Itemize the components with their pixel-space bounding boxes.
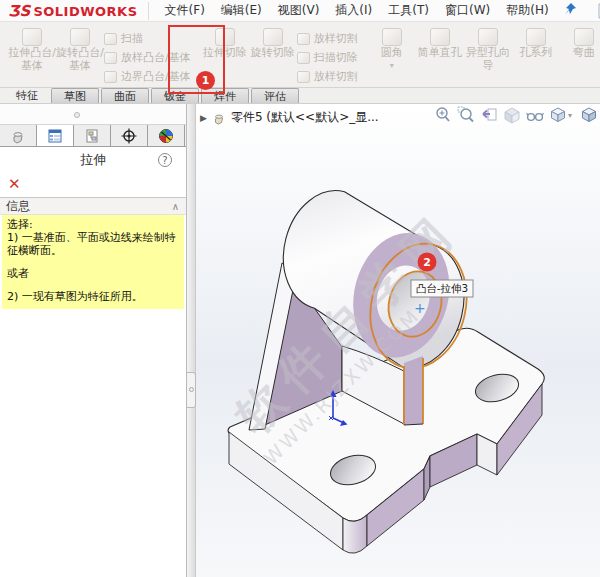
menu-bar: ƷS SOLIDWORKS 文件(F) 编辑(E) 视图(V) 插入(I) 工具… [0,0,600,22]
tab-sketch[interactable]: 草图 [51,88,99,103]
menu-view[interactable]: 视图(V) [270,0,328,21]
swept-cut-button[interactable]: 扫描切除 [297,48,358,67]
lofted-boss-icon [104,52,117,64]
zoom-to-area-icon[interactable] [457,106,475,124]
cancel-button[interactable]: ✕ [8,177,21,192]
panel-rollback-bar[interactable] [0,104,186,125]
command-tab-bar: 特征 草图 曲面 钣金 焊件 评估 [0,88,600,104]
property-manager-title: 拉伸 [80,151,106,169]
boss-group: 拉伸凸台/基体 旋转凸台/基体 扫描 放样凸台/基体 边界凸台/基体 [6,24,193,87]
selection-plus-marker: + [414,300,426,316]
model-scene[interactable]: 软件自学网 WWW.RJZXW.COM 凸台-拉伸3 2 + [196,104,600,577]
featuremanager-tab[interactable] [0,125,37,146]
selection-tooltip: 凸台-拉伸3 [411,280,473,297]
configurationmanager-tab[interactable] [74,125,111,146]
menu-file[interactable]: 文件(F) [157,0,213,21]
pin-menu-icon[interactable] [563,2,577,19]
message-box: 选择: 1) 一基准面、平面或边线来绘制特征横断面。 或者 2) 一现有草图为特… [2,215,184,309]
boundary-cut-icon [297,71,310,83]
featuremanager-part-icon [10,128,26,144]
heads-up-toolbar: ▾ [434,106,598,124]
simple-hole-button[interactable]: 简单直孔 [416,25,464,60]
features-ribbon: 拉伸凸台/基体 旋转凸台/基体 扫描 放样凸台/基体 边界凸台/基体 拉伸切除 … [0,22,600,88]
rollback-dot [74,112,80,118]
fillet-dropdown-icon[interactable]: ▾ [390,61,394,70]
extruded-cut-button[interactable]: 拉伸切除 [201,25,249,60]
new-document-icon[interactable]: ▾ [596,3,600,19]
svg-text:2: 2 [423,256,431,269]
property-manager-panel: 拉伸 ? ✕ 信息 ∧ 选择: 1) 一基准面、平面或边线来绘制特征横断面。 或… [0,104,187,577]
menu-help[interactable]: 帮助(H) [498,0,556,21]
solidworks-window: ƷS SOLIDWORKS 文件(F) 编辑(E) 视图(V) 插入(I) 工具… [0,0,600,577]
extruded-boss-base-button[interactable]: 拉伸凸台/基体 [8,25,56,72]
boundary-boss-icon [104,71,117,83]
tab-features[interactable]: 特征 [4,88,50,103]
tab-surfaces[interactable]: 曲面 [101,88,149,103]
manager-tab-strip [0,125,186,147]
fillet-button[interactable]: 圆角 ▾ [368,25,416,70]
boundary-cut-button[interactable]: 放样切割 [297,67,358,86]
fillet-hole-group: 圆角 ▾ 简单直孔 异型孔向导 孔系列 弯曲 [366,24,600,87]
selected-face-strip[interactable] [404,356,423,425]
hole-series-button[interactable]: 孔系列 [512,25,560,60]
tab-evaluate[interactable]: 评估 [251,88,299,103]
lofted-cut-button[interactable]: 放样切割 [297,29,358,48]
menu-edit[interactable]: 编辑(E) [213,0,270,21]
annotation-view-icon[interactable] [526,106,544,124]
flex-button[interactable]: 弯曲 [560,25,600,60]
collapse-chevron-icon[interactable]: ∧ [172,201,179,212]
tooltip-text: 凸台-拉伸3 [416,282,468,294]
extruded-boss-icon [22,28,42,46]
simple-hole-icon [430,28,450,46]
view-orientation-icon [549,106,567,124]
fillet-icon [382,28,402,46]
previous-view-icon[interactable] [480,106,498,124]
panel-splitter[interactable] [187,104,196,577]
menu-insert[interactable]: 插入(I) [327,0,380,21]
boundary-boss-button[interactable]: 边界凸台/基体 [104,67,191,86]
message-section-header[interactable]: 信息 ∧ [0,198,186,215]
revolved-cut-button[interactable]: 旋转切除 [249,25,297,60]
hole-wizard-button[interactable]: 异型孔向导 [464,25,512,72]
section-view-icon[interactable] [503,106,521,124]
tab-weldments[interactable]: 焊件 [201,88,249,103]
zoom-to-fit-icon[interactable] [434,106,452,124]
configurationmanager-icon [84,128,100,144]
swept-boss-icon [104,33,117,45]
propertymanager-tab[interactable] [37,125,74,146]
swept-cut-icon [297,52,310,64]
lofted-cut-icon [297,33,310,45]
swept-boss-button[interactable]: 扫描 [104,29,191,48]
help-icon[interactable]: ? [158,153,172,167]
hole-wizard-icon [478,28,498,46]
feature-tree-flyout-arrow[interactable]: ▶ [200,113,207,123]
brand-name: SOLIDWORKS [33,4,137,19]
view-orientation-button[interactable]: ▾ [549,106,575,124]
displaymanager-icon [158,128,174,144]
dimxpert-tab[interactable] [111,125,148,146]
extruded-cut-icon [215,28,235,46]
menu-tools[interactable]: 工具(T) [380,0,437,21]
propertymanager-icon [47,128,63,144]
annotation-badge-2: 2 [418,253,437,272]
brand-mark: ƷS [8,2,30,20]
menu-window[interactable]: 窗口(W) [437,0,498,21]
lofted-boss-button[interactable]: 放样凸台/基体 [104,48,191,67]
tab-sheet-metal[interactable]: 钣金 [151,88,199,103]
document-title: 零件5 (默认<<默认>_显... [231,109,379,126]
part-document-icon [212,111,226,125]
dimxpert-icon [121,128,137,144]
splitter-handle[interactable] [186,372,196,408]
display-style-icon[interactable] [580,106,598,124]
hole-series-icon [526,28,546,46]
solidworks-logo: ƷS SOLIDWORKS [6,2,149,20]
displaymanager-tab[interactable] [148,125,185,146]
cut-group: 拉伸切除 旋转切除 放样切割 扫描切除 放样切割 [199,24,360,87]
annotation-badge-1: 1 [196,71,215,90]
revolved-boss-base-button[interactable]: 旋转凸台/基体 [56,25,104,72]
revolved-cut-icon [263,28,283,46]
flex-icon [574,28,594,46]
revolved-boss-icon [70,28,90,46]
graphics-viewport[interactable]: ▶ 零件5 (默认<<默认>_显... ▾ [196,104,600,577]
